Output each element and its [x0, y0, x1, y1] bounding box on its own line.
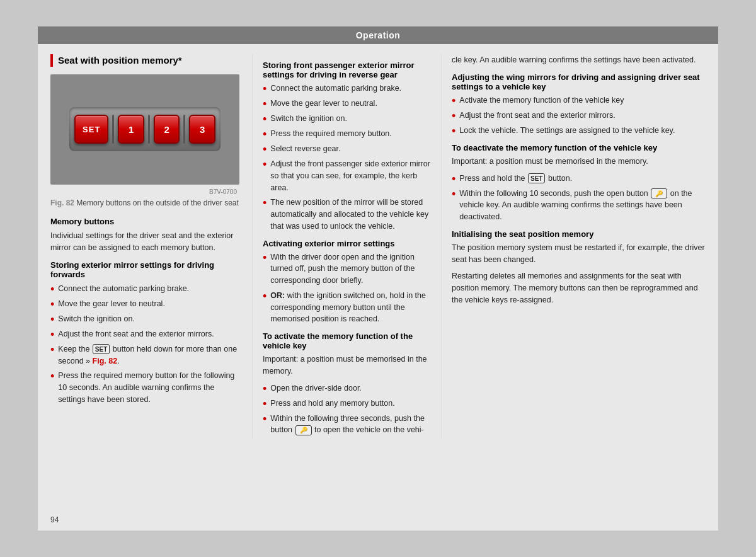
bullet-text: Adjust the front seat and the exterior m… — [459, 110, 615, 122]
list-item: • Adjust the front seat and the exterior… — [452, 110, 706, 122]
memory-buttons-heading: Memory buttons — [50, 217, 239, 226]
bullet-text: Lock the vehicle. The settings are assig… — [459, 125, 675, 137]
image-ref: B7V-0700 — [50, 188, 239, 195]
bullet-text: Move the gear lever to neutral. — [270, 98, 377, 110]
bullet-text: Within the following 10 seconds, push th… — [459, 188, 706, 223]
seat-image: SET 1 2 3 — [50, 74, 239, 185]
bullet-text: Switch the ignition on. — [58, 313, 135, 325]
adjusting-heading: Adjusting the wing mirrors for driving a… — [452, 72, 706, 91]
list-item: • With the driver door open and the igni… — [263, 251, 431, 287]
list-item: • Switch the ignition on. — [50, 313, 239, 325]
continue-text: cle key. An audible warning confirms the… — [452, 54, 706, 66]
bullet-icon: • — [263, 83, 266, 95]
list-item: • Adjust the front passenger side exteri… — [263, 158, 431, 193]
bullet-text: Within the following three seconds, push… — [270, 413, 431, 437]
bullet-icon: • — [50, 299, 54, 310]
list-item: • Press and hold any memory button. — [263, 398, 431, 410]
list-item: • Press the required memory button for t… — [50, 370, 239, 405]
right-column: cle key. An audible warning confirms the… — [441, 54, 706, 439]
initialising-text1: The position memory system must be resta… — [452, 242, 706, 266]
bullet-icon: • — [50, 344, 54, 355]
bullet-icon: • — [452, 188, 455, 200]
bullet-icon: • — [263, 159, 266, 170]
bullet-text: Activate the memory function of the vehi… — [459, 95, 624, 106]
bullet-icon: • — [263, 144, 266, 155]
memory-button-1[interactable]: 1 — [118, 115, 144, 144]
list-item: • Connect the automatic parking brake. — [50, 283, 239, 295]
content-area: Seat with position memory* SET 1 2 3 B7V… — [38, 44, 718, 449]
bullet-icon: • — [263, 197, 266, 209]
memory-button-2[interactable]: 2 — [154, 115, 180, 144]
fig-caption-text: Memory buttons on the outside of the dri… — [76, 198, 238, 207]
set-button[interactable]: SET — [74, 115, 108, 144]
set-inline-btn: SET — [93, 344, 110, 354]
bullet-icon: • — [263, 252, 266, 263]
left-column: Seat with position memory* SET 1 2 3 B7V… — [50, 54, 252, 439]
initialising-text2: Restarting deletes all memories and assi… — [452, 270, 706, 306]
memory-button-3[interactable]: 3 — [189, 115, 215, 144]
bullet-icon: • — [50, 314, 54, 325]
bullet-text: Adjust the front seat and the exterior m… — [58, 328, 214, 340]
bullet-icon: • — [452, 125, 455, 137]
middle-column: Storing front passenger exterior mirror … — [252, 54, 441, 439]
key-inline-btn: 🔑 — [295, 425, 312, 435]
bullet-text: OR: with the ignition switched on, hold … — [270, 290, 431, 325]
fig-caption: Fig. 82 Memory buttons on the outside of… — [50, 198, 239, 209]
storing-front-heading: Storing front passenger exterior mirror … — [263, 60, 431, 79]
list-item: • Switch the ignition on. — [263, 113, 431, 125]
open-inline-btn: 🔑 — [651, 188, 667, 198]
list-item: • Move the gear lever to neutral. — [263, 98, 431, 110]
list-item: • Press the required memory button. — [263, 128, 431, 140]
list-item: • Connect the automatic parking brake. — [263, 83, 431, 95]
bullet-icon: • — [263, 129, 266, 140]
bullet-icon: • — [263, 113, 266, 125]
bullet-text: Press and hold any memory button. — [270, 398, 394, 410]
activate-memory-heading: To activate the memory function of the v… — [263, 331, 431, 350]
list-item: • Move the gear lever to neutral. — [50, 298, 239, 310]
list-item: • OR: with the ignition switched on, hol… — [263, 290, 431, 325]
bullet-icon: • — [263, 383, 266, 394]
btn-divider-3 — [183, 115, 185, 144]
seat-panel: SET 1 2 3 — [69, 107, 220, 151]
bullet-icon: • — [452, 173, 455, 185]
memory-buttons-body: Individual settings for the driver seat … — [50, 230, 239, 254]
page-wrapper: Operation Seat with position memory* SET… — [38, 26, 718, 531]
fig-link: Fig. 82 — [93, 357, 118, 365]
list-item: • Lock the vehicle. The settings are ass… — [452, 125, 706, 137]
bullet-text: Keep the SET button held down for more t… — [58, 343, 239, 367]
fig-label: Fig. 82 — [50, 198, 74, 207]
bullet-text: Switch the ignition on. — [270, 113, 347, 125]
header-bar: Operation — [38, 26, 718, 44]
activate-memory-intro: Important: a position must be memorised … — [263, 353, 431, 377]
bullet-text: Press and hold the SET button. — [459, 173, 572, 185]
bullet-icon: • — [50, 329, 54, 340]
bullet-icon: • — [452, 95, 455, 106]
list-item: • Open the driver-side door. — [263, 382, 431, 394]
section-title: Seat with position memory* — [50, 54, 239, 67]
bullet-text: Connect the automatic parking brake. — [58, 283, 189, 295]
bullet-text: Move the gear lever to neutral. — [58, 298, 165, 310]
bullet-text: Press the required memory button. — [270, 128, 391, 140]
initialising-heading: Initialising the seat position memory — [452, 229, 706, 239]
deactivate-intro: Important: a position must be memorised … — [452, 156, 706, 168]
list-item: • Within the following three seconds, pu… — [263, 413, 431, 437]
bullet-text: Connect the automatic parking brake. — [270, 83, 401, 95]
btn-divider-2 — [148, 115, 150, 144]
set-inline-btn2: SET — [528, 173, 545, 183]
bullet-icon: • — [50, 370, 54, 382]
bullet-icon: • — [263, 290, 266, 302]
page-number: 94 — [50, 515, 59, 524]
btn-divider-1 — [112, 115, 114, 144]
bullet-icon: • — [263, 98, 266, 110]
list-item: • Adjust the front seat and the exterior… — [50, 328, 239, 340]
bullet-text: Adjust the front passenger side exterior… — [270, 158, 431, 193]
storing-exterior-heading: Storing exterior mirror settings for dri… — [50, 260, 239, 279]
bullet-text: Press the required memory button for the… — [58, 370, 239, 405]
bullet-icon: • — [263, 398, 266, 410]
bullet-text: Select reverse gear. — [270, 143, 340, 155]
list-item: • Press and hold the SET button. — [452, 173, 706, 185]
list-item: • Activate the memory function of the ve… — [452, 95, 706, 106]
bullet-icon: • — [263, 413, 266, 425]
bullet-text: The new position of the mirror will be s… — [270, 197, 431, 232]
bullet-icon: • — [50, 284, 54, 295]
